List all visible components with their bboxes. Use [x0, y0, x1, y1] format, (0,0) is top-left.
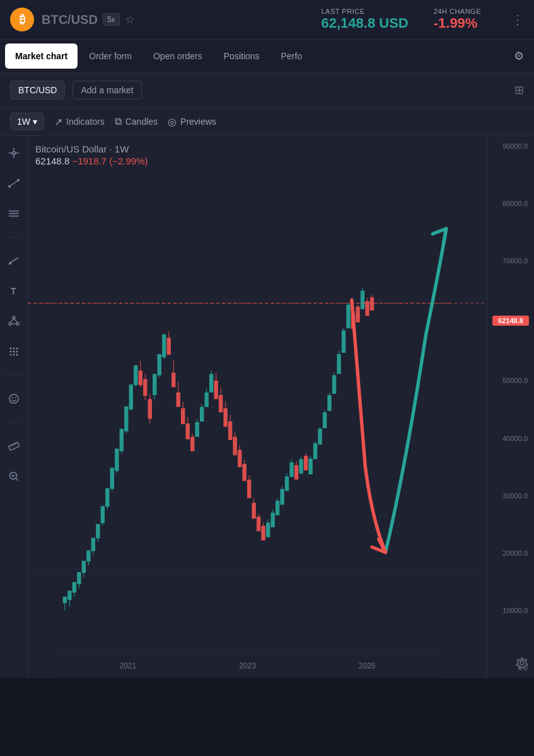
grid-icon[interactable]: ⊞ — [514, 83, 524, 97]
svg-rect-159 — [332, 375, 336, 394]
svg-rect-59 — [96, 524, 100, 539]
svg-rect-123 — [247, 479, 251, 498]
svg-rect-119 — [238, 450, 241, 467]
ruler-tool[interactable] — [4, 437, 23, 455]
more-icon[interactable]: ⋮ — [511, 12, 524, 27]
last-price-label: LAST PRICE — [322, 8, 409, 15]
svg-line-5 — [9, 180, 18, 186]
svg-rect-87 — [162, 335, 166, 358]
svg-rect-113 — [223, 408, 227, 427]
indicators-label: Indicators — [66, 117, 105, 127]
svg-rect-143 — [294, 465, 298, 479]
svg-rect-139 — [285, 476, 289, 491]
timeframe-label: 1W — [17, 117, 30, 127]
svg-rect-161 — [337, 354, 340, 374]
svg-rect-55 — [86, 551, 90, 562]
svg-point-26 — [9, 354, 11, 356]
svg-point-22 — [16, 348, 18, 350]
svg-rect-65 — [110, 467, 114, 489]
draw-tool[interactable] — [4, 251, 23, 270]
tab-performance[interactable]: Perfo — [271, 43, 312, 69]
svg-rect-135 — [276, 501, 279, 515]
svg-rect-163 — [342, 330, 345, 353]
svg-rect-95 — [181, 408, 185, 424]
svg-rect-115 — [228, 421, 232, 440]
text-tool[interactable]: T — [4, 282, 23, 301]
svg-rect-169 — [356, 307, 359, 323]
svg-rect-81 — [148, 399, 152, 418]
change-block: 24H CHANGE -1.99% — [434, 8, 481, 32]
candles-button[interactable]: ⧉ Candles — [115, 116, 158, 127]
change-value: -1.99% — [434, 15, 481, 32]
svg-rect-97 — [186, 423, 190, 439]
pair-name[interactable]: BTC/USD — [42, 13, 98, 27]
nav-tabs: Market chart Order form Open orders Posi… — [0, 40, 534, 73]
indicators-button[interactable]: ↗ Indicators — [54, 116, 105, 128]
tab-market-chart[interactable]: Market chart — [5, 43, 78, 69]
horizontal-lines-tool[interactable] — [4, 204, 23, 223]
settings-icon[interactable]: ⚙ — [509, 44, 529, 68]
svg-rect-131 — [266, 523, 270, 537]
svg-rect-133 — [270, 513, 274, 527]
header: ₿ BTC/USD 5x ☆ LAST PRICE 62,148.8 USD 2… — [0, 0, 534, 40]
candlestick-chart — [28, 136, 487, 678]
add-market-button[interactable]: Add a market — [73, 81, 141, 100]
previews-label: Previews — [180, 117, 216, 127]
svg-rect-47 — [67, 591, 71, 600]
svg-point-20 — [9, 348, 11, 350]
svg-rect-151 — [313, 444, 317, 459]
line-tool[interactable] — [4, 174, 23, 193]
tab-open-orders[interactable]: Open orders — [143, 43, 212, 69]
previews-button[interactable]: ◎ Previews — [168, 116, 216, 128]
svg-rect-67 — [115, 449, 119, 471]
emoji-tool[interactable] — [4, 389, 23, 408]
scatter-tool[interactable] — [4, 342, 23, 361]
chart-title: Bitcoin/US Dollar · 1W 62148.8 −1918.7 (… — [35, 144, 148, 166]
svg-rect-153 — [318, 429, 322, 445]
svg-rect-93 — [177, 392, 180, 407]
change-label: 24H CHANGE — [434, 8, 481, 15]
tool-divider-2 — [5, 375, 23, 375]
previews-icon: ◎ — [168, 116, 177, 128]
price-tick-50000: 50000.0 — [490, 377, 531, 384]
svg-rect-71 — [124, 406, 128, 432]
price-tick-20000: 20000.0 — [490, 549, 531, 557]
svg-rect-117 — [233, 437, 236, 455]
svg-point-28 — [16, 354, 18, 356]
time-tick-2023: 2023 — [239, 662, 256, 670]
crosshair-tool[interactable] — [4, 144, 23, 163]
star-icon[interactable]: ☆ — [125, 13, 135, 26]
svg-rect-91 — [171, 372, 175, 387]
svg-rect-57 — [91, 538, 95, 551]
nodes-tool[interactable] — [4, 312, 23, 331]
price-tick-80000: 80000.0 — [490, 200, 531, 207]
price-section: LAST PRICE 62,148.8 USD 24H CHANGE -1.99… — [322, 8, 525, 32]
svg-rect-51 — [77, 572, 81, 584]
svg-rect-61 — [101, 506, 105, 523]
zoom-tool[interactable] — [4, 467, 23, 486]
chart-title-text: Bitcoin/US Dollar · 1W — [35, 144, 148, 154]
svg-line-17 — [10, 319, 14, 323]
price-axis: 90000.0 80000.0 70000.0 62148.8 50000.0 … — [487, 136, 534, 678]
svg-rect-75 — [134, 365, 137, 385]
svg-rect-157 — [327, 395, 331, 411]
tab-order-form[interactable]: Order form — [79, 43, 142, 69]
indicators-icon: ↗ — [54, 116, 62, 128]
svg-point-14 — [13, 316, 15, 319]
bottom-settings-icon[interactable] — [515, 656, 529, 673]
svg-rect-63 — [105, 488, 109, 507]
svg-rect-175 — [370, 297, 374, 311]
price-tick-90000: 90000.0 — [490, 142, 531, 150]
svg-point-21 — [13, 348, 15, 350]
svg-point-16 — [16, 323, 19, 325]
svg-rect-4 — [13, 152, 15, 154]
svg-rect-165 — [346, 304, 350, 328]
svg-rect-127 — [257, 517, 260, 531]
tool-divider-3 — [5, 422, 23, 423]
tab-positions[interactable]: Positions — [214, 43, 270, 69]
svg-rect-149 — [308, 459, 312, 474]
timeframe-button[interactable]: 1W ▾ — [10, 113, 44, 130]
market-pair-button[interactable]: BTC/USD — [10, 81, 65, 100]
svg-rect-79 — [143, 379, 147, 396]
btc-logo: ₿ — [10, 8, 34, 32]
